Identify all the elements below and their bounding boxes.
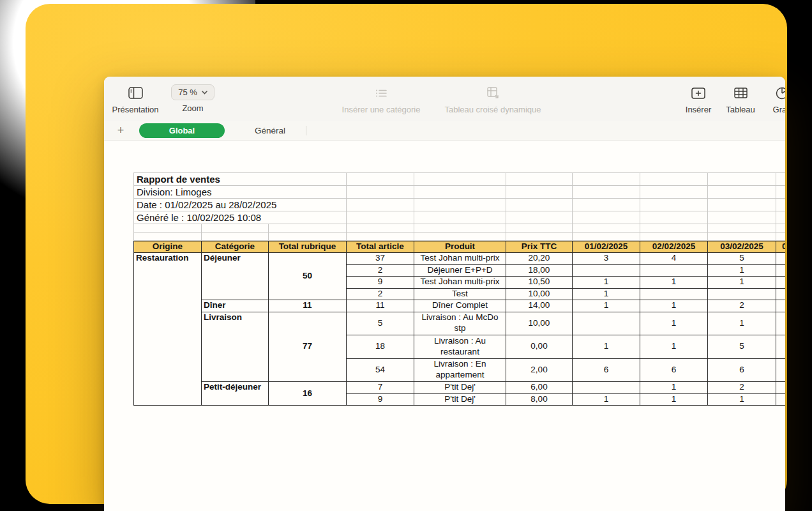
column-header-date3[interactable]: 03/02/2025 xyxy=(708,241,776,253)
cell-total-article[interactable]: 9 xyxy=(347,277,414,289)
cell-day4[interactable] xyxy=(776,382,785,394)
cell-day4[interactable] xyxy=(776,253,785,265)
cell-total-article[interactable]: 54 xyxy=(347,359,414,383)
cell-empty[interactable] xyxy=(776,186,785,199)
cell-empty[interactable] xyxy=(347,186,414,199)
cell-empty[interactable] xyxy=(134,233,202,241)
cell-empty[interactable] xyxy=(573,224,640,233)
cell-empty[interactable] xyxy=(708,173,776,186)
cell-day1[interactable] xyxy=(573,265,640,277)
cell-report-title[interactable]: Rapport de ventes xyxy=(134,173,347,186)
cell-empty[interactable] xyxy=(414,173,506,186)
cell-produit[interactable]: P'tit Dej' xyxy=(414,394,506,406)
cell-day4[interactable] xyxy=(776,265,785,277)
cell-total-article[interactable]: 7 xyxy=(347,382,414,394)
cell-total-article[interactable]: 9 xyxy=(347,394,414,406)
cell-day3[interactable]: 5 xyxy=(708,335,776,359)
cell-day4[interactable] xyxy=(776,359,785,383)
cell-produit[interactable]: Dîner Complet xyxy=(414,300,506,312)
column-header-total-article[interactable]: Total article xyxy=(347,241,414,253)
cell-prix[interactable]: 10,50 xyxy=(506,277,573,289)
cell-prix[interactable]: 10,00 xyxy=(506,289,573,301)
cell-day2[interactable] xyxy=(640,289,708,301)
cell-empty[interactable] xyxy=(708,211,776,224)
cell-day2[interactable]: 1 xyxy=(640,277,708,289)
cell-day1[interactable]: 1 xyxy=(573,394,640,406)
cell-empty[interactable] xyxy=(269,233,347,241)
cell-empty[interactable] xyxy=(414,233,506,241)
cell-generated[interactable]: Généré le : 10/02/2025 10:08 xyxy=(134,211,347,224)
cell-prix[interactable]: 6,00 xyxy=(506,382,573,394)
cell-day1[interactable]: 3 xyxy=(573,253,640,265)
cell-day2[interactable] xyxy=(640,265,708,277)
cell-origine[interactable]: Restauration xyxy=(134,253,202,406)
cell-day4[interactable] xyxy=(776,394,785,406)
cell-produit[interactable]: Déjeuner E+P+D xyxy=(414,265,506,277)
cell-produit[interactable]: Test Johan multi-prix xyxy=(414,253,506,265)
cell-division[interactable]: Division: Limoges xyxy=(134,186,347,199)
cell-day2[interactable]: 1 xyxy=(640,300,708,312)
tab-global[interactable]: Global xyxy=(139,123,225,138)
cell-total-article[interactable]: 18 xyxy=(347,335,414,359)
cell-day4[interactable] xyxy=(776,289,785,301)
toolbar-item-chart[interactable]: Grap xyxy=(763,84,785,114)
cell-empty[interactable] xyxy=(414,211,506,224)
cell-empty[interactable] xyxy=(640,199,708,211)
cell-empty[interactable] xyxy=(506,233,573,241)
cell-day3[interactable]: 1 xyxy=(708,277,776,289)
cell-produit[interactable]: Test Johan multi-prix xyxy=(414,277,506,289)
cell-empty[interactable] xyxy=(776,199,785,211)
cell-categorie[interactable]: Dîner xyxy=(202,300,269,312)
cell-total-rubrique[interactable]: 50 xyxy=(269,253,347,300)
add-sheet-button[interactable]: + xyxy=(114,123,127,138)
cell-empty[interactable] xyxy=(414,186,506,199)
cell-empty[interactable] xyxy=(347,224,414,233)
cell-day1[interactable] xyxy=(573,382,640,394)
cell-day2[interactable]: 1 xyxy=(640,335,708,359)
column-header-date1[interactable]: 01/02/2025 xyxy=(573,241,640,253)
zoom-level-button[interactable]: 75 % xyxy=(171,84,214,100)
cell-day2[interactable]: 4 xyxy=(640,253,708,265)
tab-general[interactable]: Général xyxy=(247,123,293,138)
cell-total-rubrique[interactable]: 11 xyxy=(269,300,347,312)
cell-day2[interactable]: 6 xyxy=(640,359,708,383)
cell-empty[interactable] xyxy=(708,199,776,211)
cell-empty[interactable] xyxy=(640,173,708,186)
cell-day4[interactable] xyxy=(776,335,785,359)
cell-empty[interactable] xyxy=(414,199,506,211)
cell-total-article[interactable]: 2 xyxy=(347,265,414,277)
cell-empty[interactable] xyxy=(776,211,785,224)
cell-prix[interactable]: 14,00 xyxy=(506,300,573,312)
cell-empty[interactable] xyxy=(506,199,573,211)
cell-day3[interactable]: 1 xyxy=(708,394,776,406)
cell-empty[interactable] xyxy=(202,224,269,233)
cell-day1[interactable]: 1 xyxy=(573,335,640,359)
cell-day3[interactable]: 6 xyxy=(708,359,776,383)
cell-day3[interactable]: 2 xyxy=(708,382,776,394)
cell-categorie[interactable]: Déjeuner xyxy=(202,253,269,300)
cell-day4[interactable] xyxy=(776,312,785,336)
cell-prix[interactable]: 8,00 xyxy=(506,394,573,406)
cell-empty[interactable] xyxy=(640,211,708,224)
cell-produit[interactable]: Test xyxy=(414,289,506,301)
cell-day3[interactable]: 2 xyxy=(708,300,776,312)
column-header-categorie[interactable]: Catégorie xyxy=(202,241,269,253)
cell-empty[interactable] xyxy=(573,186,640,199)
cell-empty[interactable] xyxy=(347,173,414,186)
cell-day1[interactable]: 1 xyxy=(573,300,640,312)
cell-empty[interactable] xyxy=(640,186,708,199)
cell-empty[interactable] xyxy=(573,199,640,211)
cell-day2[interactable]: 1 xyxy=(640,382,708,394)
cell-empty[interactable] xyxy=(347,199,414,211)
cell-date-range[interactable]: Date : 01/02/2025 au 28/02/2025 xyxy=(134,199,347,211)
cell-day1[interactable]: 1 xyxy=(573,289,640,301)
cell-total-rubrique[interactable]: 16 xyxy=(269,382,347,406)
cell-day1[interactable]: 1 xyxy=(573,277,640,289)
cell-empty[interactable] xyxy=(414,224,506,233)
column-header-origine[interactable]: Origine xyxy=(134,241,202,253)
cell-total-rubrique[interactable]: 77 xyxy=(269,312,347,383)
cell-prix[interactable]: 0,00 xyxy=(506,335,573,359)
cell-day2[interactable]: 1 xyxy=(640,312,708,336)
cell-prix[interactable]: 2,00 xyxy=(506,359,573,383)
column-header-total-rubrique[interactable]: Total rubrique xyxy=(269,241,347,253)
